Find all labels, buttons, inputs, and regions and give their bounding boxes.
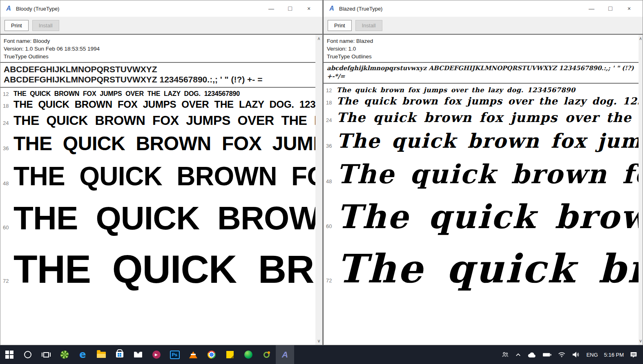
vertical-scrollbar[interactable]: ∧ ∨: [639, 35, 643, 345]
wifi-icon[interactable]: [558, 351, 566, 358]
start-button[interactable]: [0, 345, 18, 364]
close-button[interactable]: ×: [299, 0, 318, 17]
font-version-line: Version: 1.0 Sun Feb 06 18:53:55 1994: [4, 45, 312, 53]
alphabet-sample: ABCDEFGHIJKLMNOPQRSTUVWXYZ ABCDEFGHIJKLM…: [0, 63, 315, 87]
cortana-search-button[interactable]: [18, 345, 37, 364]
sample-row: 72 THE QUICK BROWN FOX JUMPS OVER THE LA…: [3, 247, 315, 292]
font-name-line: Font name: Bloody: [4, 37, 312, 45]
cleaner-sphere-icon: [244, 351, 252, 359]
taskbar-item-media-app[interactable]: ▶: [147, 345, 165, 364]
chevron-up-icon[interactable]: [515, 352, 521, 357]
size-label: 48: [3, 180, 13, 186]
toolbar: Print Install: [324, 17, 643, 35]
taskbar-item-store[interactable]: [110, 345, 129, 364]
edge-icon: e: [79, 349, 86, 360]
task-view-button[interactable]: [37, 345, 55, 364]
task-view-icon: [42, 352, 51, 357]
taskbar-item-cleaner-app[interactable]: [239, 345, 257, 364]
sample-row: 36 THE QUICK BROWN FOX JUMPS OVER THE LA…: [3, 132, 315, 155]
size-label: 72: [3, 278, 13, 284]
sample-row: 24 The quick brown fox jumps over the la…: [326, 110, 639, 125]
font-name-line: Font name: Blazed: [327, 37, 635, 45]
taskbar-item-mail[interactable]: [129, 345, 147, 364]
scroll-down-icon[interactable]: ∨: [317, 337, 320, 345]
language-indicator[interactable]: ENG: [586, 352, 598, 358]
scroll-down-icon[interactable]: ∨: [639, 337, 642, 345]
sample-text: THE QUICK BROWN FOX JUMPS OVER THE LAZY …: [13, 161, 315, 191]
size-label: 12: [326, 87, 337, 93]
taskbar-item-file-explorer[interactable]: [92, 345, 110, 364]
sample-row: 18 THE QUICK BROWN FOX JUMPS OVER THE LA…: [3, 99, 315, 110]
sample-row: 48 The quick brown fox jumps over the la…: [326, 159, 639, 189]
taskbar-item-font-viewer-active[interactable]: A: [276, 345, 294, 364]
pinwheel-icon: [60, 351, 69, 359]
clock[interactable]: 5:16 PM: [604, 352, 624, 358]
font-outlines-line: TrueType Outlines: [327, 53, 635, 60]
chrome-icon: [208, 351, 216, 359]
sample-row: 36 The quick brown fox jumps over the la…: [326, 129, 639, 152]
recorder-ring-icon: [263, 352, 270, 358]
install-button: Install: [355, 20, 382, 31]
photoshop-icon: Ps: [170, 351, 180, 359]
sample-text: THE QUICK BROWN FOX JUMPS OVER THE LAZY …: [13, 200, 315, 237]
sample-row: 48 THE QUICK BROWN FOX JUMPS OVER THE LA…: [3, 161, 315, 191]
volume-icon[interactable]: [572, 351, 580, 358]
taskbar-item-edge[interactable]: e: [74, 345, 92, 364]
sample-row: 60 THE QUICK BROWN FOX JUMPS OVER THE LA…: [3, 200, 315, 237]
size-label: 36: [326, 143, 337, 149]
sample-row: 18 The quick brown fox jumps over the la…: [326, 95, 639, 107]
window-title: Bloody (TrueType): [16, 6, 59, 12]
size-label: 72: [326, 277, 337, 284]
font-info: Font name: Blazed Version: 1.0 TrueType …: [324, 35, 639, 62]
maximize-button[interactable]: □: [601, 0, 620, 17]
taskbar-item-notes-app[interactable]: [221, 345, 239, 364]
sample-text: THE QUICK BROWN FOX JUMPS OVER THE LAZY …: [13, 99, 315, 110]
cortana-circle-icon: [24, 351, 31, 358]
scroll-up-icon[interactable]: ∧: [317, 35, 320, 42]
font-info: Font name: Bloody Version: 1.0 Sun Feb 0…: [0, 35, 315, 62]
minimize-button[interactable]: —: [582, 0, 601, 17]
scroll-up-icon[interactable]: ∧: [639, 35, 642, 42]
size-samples: 12 The quick brown fox jumps over the la…: [324, 84, 639, 292]
sample-text: THE QUICK BROWN FOX JUMPS OVER THE LAZY …: [13, 247, 315, 292]
size-label: 18: [326, 100, 337, 106]
print-button[interactable]: Print: [4, 20, 29, 31]
onedrive-cloud-icon[interactable]: [527, 352, 536, 358]
vertical-scrollbar[interactable]: ∧ ∨: [315, 35, 322, 345]
taskbar: e ▶ Ps: [0, 345, 643, 364]
size-label: 48: [326, 178, 337, 184]
minimize-button[interactable]: —: [262, 0, 281, 17]
maximize-button[interactable]: □: [281, 0, 299, 17]
battery-icon[interactable]: [543, 352, 551, 357]
taskbar-item-photoshop[interactable]: Ps: [165, 345, 184, 364]
fontviewer-app-icon: A: [328, 4, 336, 13]
size-label: 60: [326, 223, 337, 229]
titlebar[interactable]: A Bloody (TrueType) — □ ×: [0, 0, 322, 17]
sample-row: 72 The quick brown fox jumps over the la…: [326, 246, 639, 292]
store-bag-icon: [116, 352, 123, 357]
size-label: 60: [3, 224, 13, 231]
size-label: 12: [3, 91, 13, 97]
taskbar-item-pinwheel-app[interactable]: [55, 345, 74, 364]
font-outlines-line: TrueType Outlines: [4, 53, 312, 60]
titlebar[interactable]: A Blazed (TrueType) — □ ×: [324, 0, 643, 17]
sample-text: The quick brown fox jumps over the lazy …: [337, 198, 639, 236]
install-button: Install: [32, 20, 59, 31]
print-button[interactable]: Print: [328, 20, 352, 31]
taskbar-item-recorder-app[interactable]: [257, 345, 276, 364]
taskbar-item-vlc[interactable]: [184, 345, 202, 364]
font-viewer-icon: A: [282, 350, 288, 360]
sample-text: The quick brown fox jumps over the lazy …: [337, 159, 639, 189]
sample-text: THE QUICK BROWN FOX JUMPS OVER THE LAZY …: [13, 113, 315, 128]
window-title: Blazed (TrueType): [339, 6, 382, 12]
font-viewer-window-blazed: A Blazed (TrueType) — □ × Print Install …: [323, 0, 643, 345]
close-button[interactable]: ×: [620, 0, 639, 17]
people-icon[interactable]: [501, 351, 509, 358]
sample-text: THE QUICK BROWN FOX JUMPS OVER THE LAZY …: [13, 132, 315, 155]
folder-icon: [97, 352, 106, 358]
taskbar-item-chrome[interactable]: [202, 345, 221, 364]
action-center-icon[interactable]: [630, 351, 637, 358]
sticky-notes-icon: [226, 351, 234, 358]
sample-text: THE QUICK BROWN FOX JUMPS OVER THE LAZY …: [13, 90, 240, 98]
sample-row: 60 The quick brown fox jumps over the la…: [326, 198, 639, 236]
